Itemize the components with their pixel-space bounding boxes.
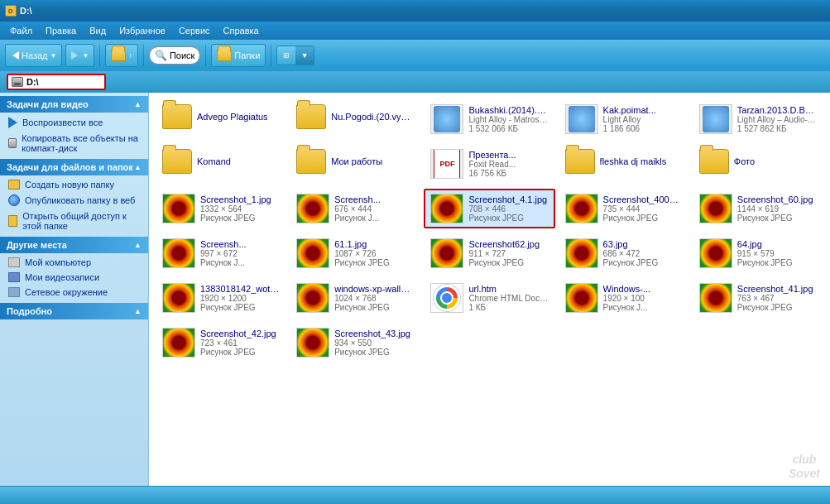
file-item-kak-poimat[interactable]: Kak.poimat... Light Alloy 1 186 606 — [559, 99, 689, 139]
image-thumb — [162, 238, 195, 268]
file-item-foto[interactable]: Фото — [693, 144, 823, 184]
back-dropdown-icon: ▼ — [50, 52, 57, 60]
file-meta2: Рисунок JPEG — [334, 303, 414, 312]
file-area[interactable]: Advego Plagiatus Nu.Pogodi.(20.vypuskov.… — [149, 93, 830, 486]
file-thumb-wrap — [565, 283, 598, 313]
file-thumb-wrap — [162, 328, 195, 358]
file-item-komand[interactable]: Komand — [156, 144, 286, 184]
file-name: Kak.poimat... — [603, 105, 683, 115]
file-name: fleshka dj maikls — [600, 156, 683, 166]
view-toggle[interactable]: ⊞ ▼ — [276, 46, 314, 65]
file-item-img63[interactable]: 63.jpg 686 × 472 Рисунок JPEG — [559, 233, 689, 273]
file-name: Komand — [197, 156, 280, 166]
file-item-windows-xp-wallpaper[interactable]: windows-xp-wallpaper-at-102... 1024 × 76… — [290, 278, 420, 318]
menu-item-Сервис[interactable]: Сервис — [172, 24, 217, 37]
title-bar: D D:\ — [0, 0, 830, 22]
file-info: Мои работы — [331, 156, 414, 166]
file-name: Screenshot_41.jpg — [737, 284, 817, 294]
image-thumb — [162, 328, 195, 358]
file-item-screenshot1[interactable]: Screenshot_1.jpg 1332 × 564 Рисунок JPEG — [156, 189, 286, 228]
menu-item-Вид[interactable]: Вид — [83, 24, 113, 37]
file-meta1: 763 × 467 — [737, 294, 817, 303]
disk-drive-icon — [12, 77, 23, 87]
menu-bar: ФайлПравкаВидИзбранноеСервисСправка — [0, 22, 830, 40]
sidebar-item-new-folder[interactable]: Создать новую папку — [0, 177, 148, 192]
file-item-inner: url.htm Chrome HTML Document 1 КБ — [430, 283, 548, 313]
file-item-img611[interactable]: 61.1.jpg 1087 × 726 Рисунок JPEG — [290, 233, 420, 273]
file-thumb-wrap — [565, 238, 598, 268]
file-info: Screenshot_1.jpg 1332 × 564 Рисунок JPEG — [200, 194, 280, 223]
menu-item-Избранное[interactable]: Избранное — [113, 24, 172, 37]
file-item-screenshot40000[interactable]: Screenshot_40000.jpg 735 × 444 Рисунок J… — [559, 189, 689, 228]
title-icon: D — [5, 5, 17, 17]
file-item-prezenta[interactable]: PDF Презента... Foxit Read... 16 756 КБ — [424, 144, 554, 184]
file-item-screenshot41[interactable]: Screenshot_4.1.jpg 708 × 446 Рисунок JPE… — [424, 189, 554, 228]
view-icons-button[interactable]: ⊞ — [277, 46, 295, 65]
file-info: Screenshot_42.jpg 723 × 461 Рисунок JPEG — [200, 329, 280, 357]
sidebar-item-share[interactable]: Открыть общий доступ к этой папке — [0, 209, 148, 233]
sidebar-item-my-computer[interactable]: Мой компьютер — [0, 255, 148, 270]
file-item-inner: fleshka dj maikls — [565, 149, 683, 174]
file-meta1: 1920 × 1200 — [200, 294, 280, 303]
file-item-screenshot60[interactable]: Screenshot_60.jpg 1144 × 619 Рисунок JPE… — [693, 189, 823, 228]
menu-item-Правка[interactable]: Правка — [39, 24, 83, 37]
file-info: Screensh... 676 × 444 Рисунок J... — [334, 194, 414, 223]
file-meta2: Рисунок JPEG — [603, 258, 683, 267]
file-grid: Advego Plagiatus Nu.Pogodi.(20.vypuskov.… — [156, 99, 823, 362]
sidebar-item-copy-disk[interactable]: Копировать все объекты на компакт-диск — [0, 131, 148, 156]
file-name: Screensh... — [334, 194, 414, 204]
folders-button[interactable]: Папки — [211, 44, 266, 67]
file-item-moi-raboty[interactable]: Мои работы — [290, 144, 420, 184]
file-name: 64.jpg — [737, 239, 817, 249]
file-item-inner: 1383018142_wot_artwork_chi... 1920 × 120… — [162, 283, 280, 313]
file-thumb-wrap — [162, 149, 192, 174]
file-item-fleshka[interactable]: fleshka dj maikls — [559, 144, 689, 184]
file-item-screenshot42[interactable]: Screenshot_42.jpg 723 × 461 Рисунок JPEG — [156, 323, 286, 362]
file-item-wot-artwork[interactable]: 1383018142_wot_artwork_chi... 1920 × 120… — [156, 278, 286, 318]
menu-item-Файл[interactable]: Файл — [3, 24, 39, 37]
sidebar-item-network[interactable]: Сетевое окружение — [0, 285, 148, 300]
file-item-bukashki[interactable]: Bukashki.(2014).BDRip-AVC.m... Light All… — [424, 99, 554, 139]
file-item-tarzan[interactable]: Tarzan.2013.D.BDRip_[New-T... Light Allo… — [693, 99, 823, 139]
file-item-screenshot41b[interactable]: Screenshot_41.jpg 763 × 467 Рисунок JPEG — [693, 278, 823, 318]
file-item-inner: 61.1.jpg 1087 × 726 Рисунок JPEG — [296, 238, 414, 268]
file-item-screenshot-r60[interactable]: Screensh... 997 × 672 Рисунок J... — [156, 233, 286, 273]
file-thumb-wrap — [565, 149, 595, 174]
toolbar-separator-1 — [99, 45, 100, 66]
file-item-screenshot62[interactable]: Screenshot62.jpg 911 × 727 Рисунок JPEG — [424, 233, 554, 273]
sidebar-section-video-tasks[interactable]: Задачи для видео▲ — [0, 96, 148, 113]
file-item-screenshot43[interactable]: Screenshot_43.jpg 934 × 550 Рисунок JPEG — [290, 323, 420, 362]
image-thumb — [699, 283, 732, 313]
file-item-advego[interactable]: Advego Plagiatus — [156, 99, 286, 139]
view-dropdown-button[interactable]: ▼ — [295, 46, 314, 65]
sidebar-section-other-places[interactable]: Другие места▲ — [0, 237, 148, 253]
sidebar-section-details[interactable]: Подробно▲ — [0, 303, 148, 319]
file-meta1: 723 × 461 — [200, 338, 280, 348]
file-item-img64[interactable]: 64.jpg 915 × 579 Рисунок JPEG — [693, 233, 823, 273]
file-item-nu-pogodi[interactable]: Nu.Pogodi.(20.vypuskov.+22).... — [290, 99, 420, 139]
search-label: Поиск — [170, 50, 194, 60]
sidebar-section-file-tasks[interactable]: Задачи для файлов и папок▲ — [0, 159, 148, 175]
file-thumb-wrap — [430, 283, 463, 313]
sidebar-item-publish-web[interactable]: Опубликовать папку в веб — [0, 192, 148, 209]
menu-item-Справка[interactable]: Справка — [217, 24, 266, 37]
file-item-url-htm[interactable]: url.htm Chrome HTML Document 1 КБ — [424, 278, 554, 318]
up-folder-button[interactable]: ↑ — [105, 44, 138, 67]
file-info: 63.jpg 686 × 472 Рисунок JPEG — [603, 239, 683, 267]
file-thumb-wrap — [162, 238, 195, 268]
forward-arrow-icon — [71, 51, 79, 60]
up-folder-icon — [111, 50, 126, 61]
search-box[interactable]: 🔍 Поиск — [149, 46, 200, 65]
file-name: Screenshot_1.jpg — [200, 194, 280, 204]
sidebar-item-play-all[interactable]: Воспроизвести все — [0, 114, 148, 131]
back-button[interactable]: Назад ▼ — [5, 44, 62, 67]
file-meta1: 997 × 672 — [200, 249, 280, 258]
pdf-thumb: PDF — [430, 149, 463, 179]
file-item-windows-right[interactable]: Windows-... 1920 × 100 Рисунок J... — [559, 278, 689, 318]
file-item-screenshot-right2[interactable]: Screensh... 676 × 444 Рисунок J... — [290, 189, 420, 228]
folder-thumb — [565, 149, 595, 174]
forward-button[interactable]: ▼ — [65, 44, 94, 67]
sidebar-item-my-videos[interactable]: Мои видеозаписи — [0, 270, 148, 285]
file-info: 61.1.jpg 1087 × 726 Рисунок JPEG — [334, 239, 414, 267]
address-input-wrap[interactable]: D:\ — [7, 74, 106, 90]
